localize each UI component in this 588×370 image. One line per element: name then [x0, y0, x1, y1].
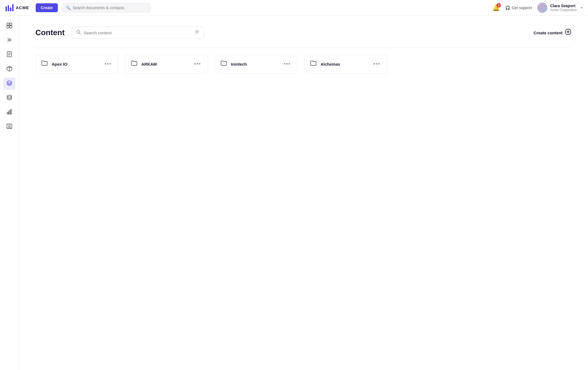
create-button[interactable]: Create	[36, 3, 58, 12]
svg-rect-3	[10, 26, 12, 28]
support-icon: 🎧	[505, 6, 510, 10]
folder-left: Apex IO	[41, 60, 67, 68]
avatar-image	[537, 3, 547, 13]
content-header: Content Create content	[35, 27, 571, 39]
sidebar-item-contacts[interactable]	[3, 121, 15, 133]
svg-rect-12	[9, 111, 10, 114]
chevrons-right-icon	[6, 37, 12, 44]
svg-rect-0	[7, 23, 9, 25]
folder-more-button[interactable]: •••	[193, 60, 202, 68]
chart-icon	[6, 109, 12, 116]
database-icon	[6, 94, 12, 102]
sidebar-item-layers[interactable]	[3, 78, 15, 90]
user-menu[interactable]: Clara Seaport Acme Corporation ▾	[537, 3, 582, 13]
global-search-input[interactable]	[73, 6, 147, 10]
sidebar-item-database[interactable]	[3, 92, 15, 104]
folder-left: Alchemax	[310, 60, 340, 68]
logo-icon	[6, 4, 14, 11]
top-navigation: ACME Create 🔍 🔔 1 🎧 Get support Clara Se…	[0, 0, 588, 16]
user-name: Clara Seaport	[550, 4, 577, 8]
folder-card-arkam[interactable]: ARKAM •••	[125, 55, 208, 73]
content-search[interactable]	[71, 27, 204, 39]
folder-left: ARKAM	[131, 60, 157, 68]
page-title: Content	[35, 28, 65, 37]
folder-more-button[interactable]: •••	[103, 60, 113, 68]
section-divider	[35, 48, 571, 48]
contacts-icon	[6, 123, 12, 131]
folder-icon	[41, 60, 48, 68]
sidebar-item-documents[interactable]	[3, 49, 15, 61]
topnav-right: 🔔 1 🎧 Get support Clara Seaport Acme Cor…	[492, 3, 582, 13]
folder-card-inintech[interactable]: Inintech •••	[215, 55, 298, 73]
sidebar-item-dashboard[interactable]	[3, 20, 15, 32]
folder-name: Alchemax	[321, 62, 340, 66]
user-org: Acme Corporation	[550, 8, 577, 12]
box-icon	[6, 66, 12, 73]
content-search-icon	[76, 30, 81, 36]
support-link[interactable]: 🎧 Get support	[505, 6, 532, 10]
folder-icon	[131, 60, 137, 68]
layers-icon	[6, 80, 12, 88]
folder-card-alchemax[interactable]: Alchemax •••	[304, 55, 387, 73]
filter-icon[interactable]	[194, 30, 199, 36]
folder-more-button[interactable]: •••	[283, 60, 292, 68]
plus-icon	[565, 29, 571, 37]
folder-icon	[310, 60, 317, 68]
folder-name: Inintech	[231, 62, 247, 66]
notifications-button[interactable]: 🔔 1	[492, 4, 500, 11]
notification-badge: 1	[496, 3, 501, 7]
svg-point-10	[7, 95, 12, 97]
support-label: Get support	[512, 6, 532, 10]
folder-more-button[interactable]: •••	[372, 60, 381, 68]
sidebar-item-analytics[interactable]	[3, 106, 15, 119]
logo: ACME	[6, 4, 29, 11]
svg-rect-14	[7, 124, 12, 129]
logo-text: ACME	[16, 5, 29, 10]
sidebar-item-chevrons[interactable]	[3, 34, 15, 47]
chevron-down-icon: ▾	[581, 6, 582, 10]
avatar	[537, 3, 547, 13]
sidebar	[0, 16, 19, 370]
folder-card-apex-io[interactable]: Apex IO •••	[35, 55, 118, 73]
document-icon	[6, 51, 12, 59]
dashboard-icon	[6, 22, 12, 30]
sidebar-item-products[interactable]	[3, 63, 15, 75]
content-search-input[interactable]	[84, 30, 192, 35]
folder-name: Apex IO	[52, 62, 67, 66]
svg-rect-11	[7, 112, 8, 114]
create-content-button[interactable]: Create content	[534, 29, 571, 37]
search-icon: 🔍	[66, 6, 71, 10]
folder-name: ARKAM	[141, 62, 157, 66]
folder-icon	[220, 60, 227, 68]
create-content-label: Create content	[534, 30, 563, 35]
main-content: Content Create content	[19, 16, 588, 370]
folder-left: Inintech	[220, 60, 247, 68]
svg-rect-2	[7, 26, 9, 28]
svg-line-18	[79, 33, 80, 34]
user-info: Clara Seaport Acme Corporation	[550, 4, 577, 12]
svg-rect-1	[10, 23, 12, 25]
svg-point-15	[9, 125, 10, 127]
folders-grid: Apex IO ••• ARKAM •••	[35, 55, 571, 73]
global-search[interactable]: 🔍	[62, 3, 151, 12]
svg-rect-13	[11, 110, 12, 114]
